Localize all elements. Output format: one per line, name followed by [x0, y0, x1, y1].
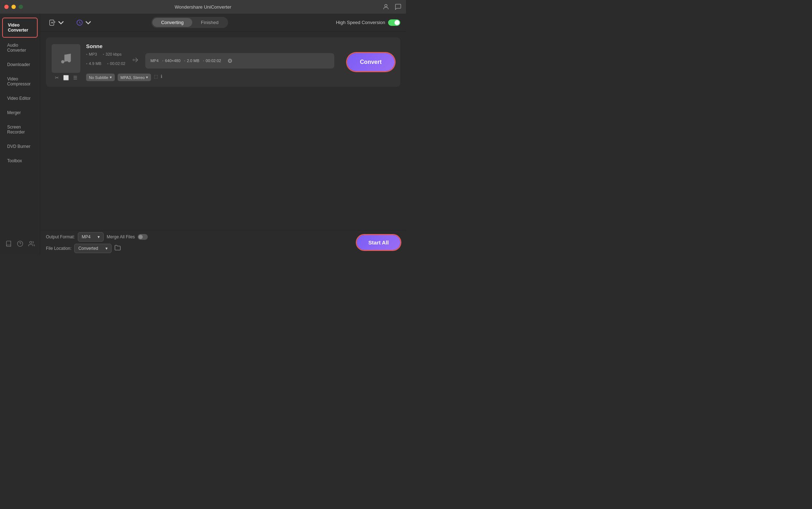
title-bar-icons: [382, 3, 402, 10]
high-speed-label: High Speed Conversion: [336, 20, 385, 25]
book-icon[interactable]: [5, 240, 12, 247]
tab-finished[interactable]: Finished: [192, 18, 227, 27]
tab-group: Converting Finished: [151, 17, 228, 28]
file-card-middle: Sonne MP3 320 kbps 4.9 MB 00:02:02: [86, 43, 334, 81]
music-note-icon: [60, 52, 72, 65]
info-icon: ℹ: [161, 74, 162, 79]
folder-icon[interactable]: [114, 244, 121, 252]
toolbar: Converting Finished High Speed Conversio…: [40, 14, 406, 32]
scissors-icon[interactable]: ✂: [55, 75, 59, 80]
add-convert-button[interactable]: [73, 18, 95, 28]
input-size: 4.9 MB: [86, 61, 102, 66]
output-duration: 00:02:02: [203, 59, 221, 63]
bottom-bar: Output Format: MP4 ▾ Merge All Files Fil…: [40, 230, 406, 254]
output-resolution: 640×480: [162, 59, 180, 63]
merge-files-toggle[interactable]: [138, 234, 148, 240]
input-bitrate: 320 kbps: [103, 52, 122, 56]
file-location-row: File Location: Converted ▾: [46, 244, 148, 253]
format-select-chevron: ▾: [98, 234, 100, 239]
merge-group: Merge All Files: [107, 234, 148, 240]
file-thumbnail: [52, 44, 80, 73]
users-icon[interactable]: [28, 240, 35, 247]
high-speed-toggle[interactable]: [388, 19, 400, 26]
file-location-label: File Location:: [46, 246, 71, 251]
sidebar-item-dvd-burner[interactable]: DVD Burner: [2, 140, 38, 153]
sidebar-item-screen-recorder[interactable]: Screen Recorder: [2, 120, 38, 139]
output-format-label: Output Format:: [46, 234, 75, 239]
file-action-icons: ✂ ⬜ ☰: [55, 75, 77, 80]
list-icon[interactable]: ☰: [73, 75, 77, 80]
file-location-value: Converted: [78, 246, 98, 251]
sidebar-item-toolbox[interactable]: Toolbox: [2, 154, 38, 168]
sidebar-item-merger[interactable]: Merger: [2, 106, 38, 120]
file-location-select[interactable]: Converted ▾: [74, 244, 111, 253]
input-format: MP3: [86, 52, 97, 56]
file-card-left: ✂ ⬜ ☰: [52, 44, 80, 80]
app-title: Wondershare UniConverter: [175, 4, 231, 10]
minimize-button[interactable]: [11, 5, 16, 9]
input-meta-2: 4.9 MB 00:02:02: [86, 61, 125, 66]
audio-dropdown[interactable]: MPA3, Stereo ▾: [118, 74, 151, 81]
main-content: Converting Finished High Speed Conversio…: [40, 14, 406, 254]
tab-converting[interactable]: Converting: [152, 18, 192, 27]
output-size: 2.0 MB: [184, 59, 199, 63]
sidebar: Video Converter Audio Converter Download…: [0, 14, 40, 254]
convert-button[interactable]: Convert: [347, 53, 395, 71]
crop-icon[interactable]: ⬜: [63, 75, 69, 80]
file-meta-row: MP3 320 kbps 4.9 MB 00:02:02: [86, 52, 334, 69]
audio-chevron-icon: ▾: [146, 75, 148, 80]
sidebar-item-downloader[interactable]: Downloader: [2, 58, 38, 71]
svg-point-1: [17, 241, 23, 247]
add-file-icon: [49, 19, 56, 26]
audio-label: MPA3, Stereo: [121, 75, 145, 80]
maximize-button[interactable]: [19, 5, 23, 9]
subtitle-chevron-icon: ▾: [110, 75, 112, 80]
subtitle-label: No Subtitle: [89, 75, 108, 80]
add-convert-icon: [76, 19, 83, 26]
bottom-left-options: Output Format: MP4 ▾ Merge All Files Fil…: [46, 232, 148, 253]
sidebar-item-video-compressor[interactable]: Video Compressor: [2, 72, 38, 91]
settings-gear-button[interactable]: ⚙: [225, 57, 235, 65]
file-name: Sonne: [86, 43, 334, 49]
svg-point-6: [61, 60, 65, 63]
file-location-chevron: ▾: [105, 246, 108, 251]
account-icon[interactable]: [382, 3, 390, 10]
subtitle-audio-row: No Subtitle ▾ MPA3, Stereo ▾ ⬚ ℹ: [86, 71, 334, 81]
svg-point-0: [385, 4, 387, 7]
svg-point-7: [68, 59, 71, 62]
start-all-button[interactable]: Start All: [357, 235, 400, 250]
subtitle-extra-icon[interactable]: ⬚: [154, 74, 158, 79]
subtitle-dropdown[interactable]: No Subtitle ▾: [86, 74, 115, 81]
merge-files-label: Merge All Files: [107, 234, 135, 239]
sidebar-bottom: [0, 237, 40, 251]
title-bar: Wondershare UniConverter: [0, 0, 406, 14]
chat-icon[interactable]: [395, 3, 402, 10]
traffic-lights: [4, 5, 23, 9]
convert-arrow-icon: [131, 56, 140, 66]
sidebar-item-audio-converter[interactable]: Audio Converter: [2, 38, 38, 57]
file-card: ✂ ⬜ ☰ Sonne MP3 320 kbps: [46, 37, 400, 87]
output-meta: MP4 640×480 2.0 MB 00:02:02: [150, 59, 221, 63]
output-format-row: Output Format: MP4 ▾ Merge All Files: [46, 232, 148, 242]
close-button[interactable]: [4, 5, 9, 9]
sidebar-item-video-converter[interactable]: Video Converter: [2, 18, 38, 38]
add-file-button[interactable]: [46, 18, 67, 28]
output-format: MP4: [150, 59, 159, 63]
sidebar-item-video-editor[interactable]: Video Editor: [2, 92, 38, 105]
svg-point-3: [29, 241, 32, 243]
high-speed-group: High Speed Conversion: [336, 19, 400, 26]
input-meta: MP3 320 kbps: [86, 52, 125, 56]
output-settings: MP4 640×480 2.0 MB 00:02:02 ⚙: [145, 53, 334, 69]
add-file-chevron: [57, 19, 65, 26]
content-area: ✂ ⬜ ☰ Sonne MP3 320 kbps: [40, 32, 406, 230]
output-format-select[interactable]: MP4 ▾: [78, 232, 104, 242]
input-duration: 00:02:02: [107, 61, 126, 66]
add-convert-chevron: [85, 19, 92, 26]
output-format-value: MP4: [82, 234, 91, 239]
help-icon[interactable]: [16, 240, 24, 247]
